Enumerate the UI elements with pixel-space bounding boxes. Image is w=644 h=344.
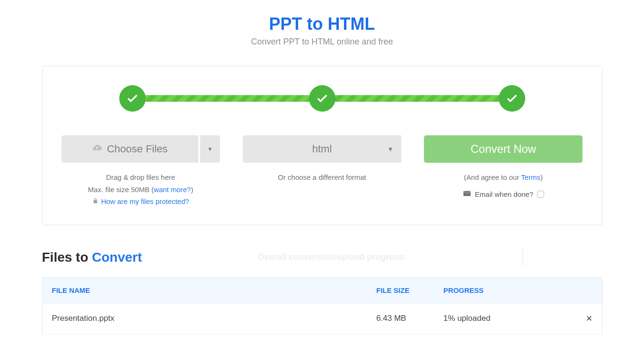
col-header-filesize: FILE SIZE	[367, 277, 434, 303]
mail-icon	[463, 189, 471, 199]
table-row: Presentation.pptx 6.43 MB 1% uploaded ✕	[42, 303, 602, 334]
col-header-progress: PROGRESS	[434, 277, 568, 303]
cell-progress: 1% uploaded	[434, 303, 568, 334]
remove-file-button[interactable]: ✕	[568, 303, 602, 334]
format-select[interactable]: html ▼	[243, 135, 401, 163]
overall-progress-label: Overall conversion/upload progress:	[156, 252, 507, 262]
page-subtitle: Convert PPT to HTML online and free	[0, 37, 644, 47]
email-when-done-checkbox[interactable]	[537, 191, 544, 198]
files-table: FILE NAME FILE SIZE PROGRESS Presentatio…	[42, 277, 602, 335]
format-helper: Or choose a different format	[278, 171, 366, 184]
convert-now-button[interactable]: Convert Now	[424, 135, 582, 163]
step-2-check-icon	[309, 85, 335, 112]
converter-card: Choose Files ▼ Drag & drop files here Ma…	[42, 66, 602, 225]
email-when-done-label: Email when done?	[475, 190, 533, 198]
files-to-convert-title: Files to Convert	[42, 250, 142, 265]
convert-now-label: Convert Now	[470, 142, 536, 156]
caret-down-icon: ▼	[387, 145, 394, 153]
overall-progress-bar	[522, 249, 598, 266]
format-column: html ▼ Or choose a different format	[243, 135, 401, 208]
choose-files-button[interactable]: Choose Files	[62, 135, 198, 163]
step-1-check-icon	[119, 85, 146, 112]
step-3-check-icon	[499, 85, 525, 112]
page-header: PPT to HTML Convert PPT to HTML online a…	[0, 14, 644, 47]
cell-filesize: 6.43 MB	[367, 303, 434, 334]
choose-column: Choose Files ▼ Drag & drop files here Ma…	[62, 135, 220, 208]
protection-row: How are my files protected?	[88, 195, 194, 208]
terms-link[interactable]: Terms	[521, 173, 540, 181]
page-title: PPT to HTML	[0, 14, 644, 34]
caret-down-icon: ▼	[207, 146, 213, 152]
step-indicator	[132, 85, 512, 112]
upload-cloud-icon	[92, 142, 102, 156]
format-value: html	[312, 143, 332, 155]
choose-files-dropdown[interactable]: ▼	[200, 135, 220, 163]
terms-helper: (And agree to our Terms)	[464, 171, 543, 184]
want-more-link[interactable]: want more?	[154, 185, 191, 194]
choose-files-label: Choose Files	[107, 143, 168, 155]
col-header-filename: FILE NAME	[42, 277, 367, 303]
cell-filename: Presentation.pptx	[42, 303, 367, 334]
convert-column: Convert Now (And agree to our Terms) Ema…	[424, 135, 582, 208]
files-protected-link[interactable]: How are my files protected?	[101, 195, 189, 208]
lock-icon	[92, 195, 98, 208]
max-size-helper: Max. file size 50MB (want more?)	[88, 184, 194, 196]
drag-drop-helper: Drag & drop files here	[88, 171, 194, 184]
